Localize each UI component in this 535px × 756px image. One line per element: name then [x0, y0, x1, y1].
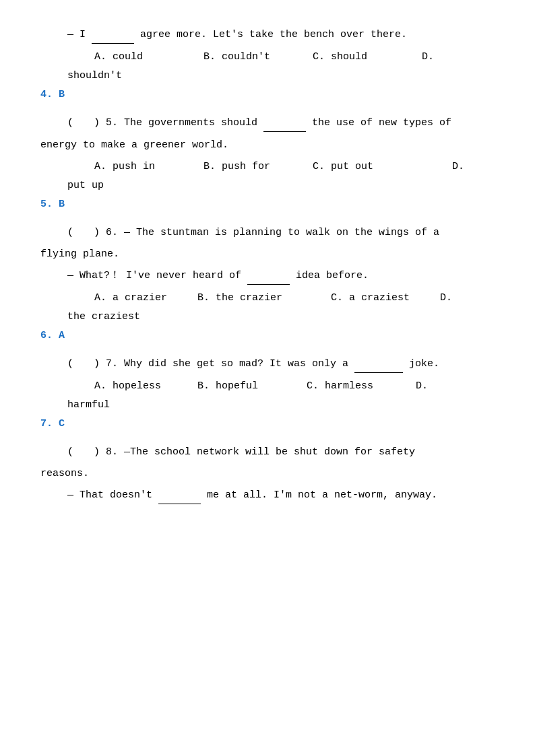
q5-answer: 5. B — [40, 197, 495, 213]
q7-options2: harmful — [40, 397, 495, 413]
q6-answer: 6. A — [40, 328, 495, 344]
q4-line1: — I agree more. Let's take the bench ove… — [40, 27, 495, 44]
q6-dialog: — What?！ I've never heard of idea before… — [40, 268, 495, 285]
q5-line2: energy to make a greener world. — [40, 137, 495, 153]
q7-answer: 7. C — [40, 416, 495, 432]
question-5: ( ) 5. The governments should the use of… — [40, 115, 495, 213]
q6-options2: the craziest — [40, 309, 495, 325]
q6-line2: flying plane. — [40, 246, 495, 263]
q5-options2: put up — [40, 178, 495, 194]
q7-line1: ( ) 7. Why did she get so mad? It was on… — [40, 356, 495, 373]
q4-options1: A. could B. couldn't C. should D. — [40, 49, 495, 65]
question-6: ( ) 6. — The stuntman is planning to wal… — [40, 225, 495, 344]
q6-options1: A. a crazier B. the crazier C. a crazies… — [40, 290, 495, 306]
q5-line1: ( ) 5. The governments should the use of… — [40, 115, 495, 132]
q7-blank — [354, 356, 403, 373]
q7-options1: A. hopeless B. hopeful C. harmless D. — [40, 378, 495, 394]
q4-blank — [92, 27, 134, 44]
q8-dialog: — That doesn't me at all. I'm not a net-… — [40, 487, 495, 504]
q6-blank — [247, 268, 290, 285]
q8-blank — [158, 487, 201, 504]
q5-options1: A. push in B. push for C. put out D. — [40, 159, 495, 175]
q8-line2: reasons. — [40, 466, 495, 482]
question-7: ( ) 7. Why did she get so mad? It was on… — [40, 356, 495, 432]
q4-options2: shouldn't — [40, 68, 495, 84]
question-4-dialog: — I agree more. Let's take the bench ove… — [40, 27, 495, 103]
q5-blank — [263, 115, 306, 132]
question-8: ( ) 8. —The school network will be shut … — [40, 444, 495, 504]
q8-line1: ( ) 8. —The school network will be shut … — [40, 444, 495, 460]
q4-answer: 4. B — [40, 87, 495, 103]
q6-line1: ( ) 6. — The stuntman is planning to wal… — [40, 225, 495, 241]
